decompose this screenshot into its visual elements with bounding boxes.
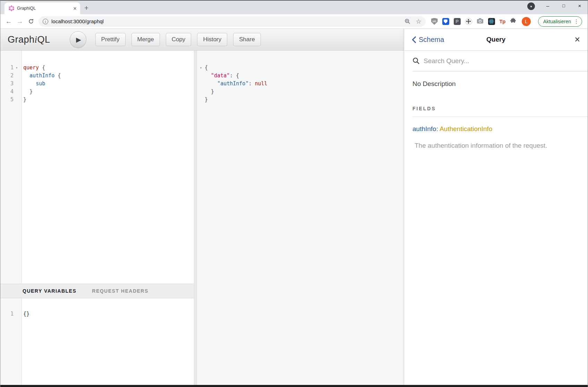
doc-search-input[interactable] — [424, 57, 588, 65]
bookmark-star-icon[interactable]: ☆ — [416, 18, 421, 25]
field-name-link[interactable]: authInfo — [412, 125, 436, 132]
doc-explorer-header: Schema Query × — [404, 29, 588, 51]
query-editor[interactable]: 1▾2345 query { authInfo { sub }} — [0, 51, 194, 284]
p-extension-icon[interactable]: P — [454, 18, 461, 25]
screenshot-camera-icon[interactable] — [477, 18, 484, 25]
doc-body: No Description FIELDS authInfo: Authenti… — [404, 71, 588, 385]
forward-icon[interactable]: → — [15, 17, 25, 26]
reload-icon[interactable] — [26, 17, 36, 26]
graphiql-toolbar: GraphiQL ▶ Prettify Merge Copy History S… — [0, 29, 404, 51]
taskbar-edge — [0, 385, 588, 387]
doc-back-label: Schema — [419, 36, 444, 44]
chrome-update-label: Aktualisieren — [543, 19, 571, 24]
doc-back-link[interactable]: Schema — [412, 36, 444, 44]
query-editor-code[interactable]: query { authInfo { sub }} — [22, 51, 194, 284]
browser-window: GraphiQL × + ▾ – □ × ← → localhost:3000/… — [0, 0, 588, 387]
tab-title: GraphiQL — [17, 6, 70, 11]
bitwarden-icon[interactable] — [442, 18, 449, 25]
tab-query-variables[interactable]: QUERY VARIABLES — [23, 288, 76, 294]
graphiql-app: GraphiQL ▶ Prettify Merge Copy History S… — [0, 29, 588, 385]
react-devtools-icon[interactable] — [488, 18, 495, 25]
copy-button[interactable]: Copy — [166, 33, 191, 46]
tp-extension-icon[interactable]: Tp — [500, 18, 505, 24]
search-icon — [412, 57, 420, 64]
tab-close-icon[interactable]: × — [73, 6, 77, 11]
variables-editor-gutter: 1 — [0, 298, 22, 385]
query-pane: 1▾2345 query { authInfo { sub }} QUERY V… — [0, 51, 194, 385]
query-editor-gutter: 1▾2345 — [0, 51, 22, 284]
variables-tab-bar: QUERY VARIABLES REQUEST HEADERS — [0, 284, 194, 298]
new-tab-button[interactable]: + — [84, 4, 88, 12]
address-bar: ← → localhost:3000/graphql ☆ UO P — [0, 14, 588, 29]
tab-request-headers[interactable]: REQUEST HEADERS — [92, 288, 148, 294]
fields-heading: FIELDS — [412, 106, 588, 117]
field-type-link[interactable]: AuthenticationInfo — [440, 125, 492, 132]
tab-strip: GraphiQL × + ▾ – □ × — [0, 0, 588, 14]
doc-explorer: Schema Query × No Description FIELDS aut… — [404, 29, 588, 385]
window-maximize-button[interactable]: □ — [556, 1, 572, 10]
graphiql-logo: GraphiQL — [8, 34, 50, 45]
execute-button[interactable]: ▶ — [70, 31, 86, 48]
history-button[interactable]: History — [197, 33, 227, 46]
chevron-left-icon — [412, 36, 416, 43]
extensions-row: UO P Tp L Aktualisieren ⋮ — [429, 16, 584, 27]
result-pane: ▾ { "data": { "authInfo": null }} — [197, 51, 404, 385]
window-minimize-button[interactable]: – — [540, 1, 556, 10]
browser-tab[interactable]: GraphiQL × — [5, 2, 80, 14]
prettify-button[interactable]: Prettify — [95, 33, 126, 46]
window-close-button[interactable]: × — [572, 1, 588, 10]
type-description: No Description — [412, 80, 579, 88]
profile-avatar[interactable]: L — [522, 17, 531, 26]
move-tool-icon[interactable] — [465, 18, 472, 25]
ublock-origin-icon[interactable]: UO — [431, 18, 438, 25]
url-text[interactable]: localhost:3000/graphql — [51, 18, 401, 24]
graphql-logo-icon — [9, 6, 14, 11]
chrome-update-button[interactable]: Aktualisieren ⋮ — [538, 16, 582, 27]
field-description: The authentication information of the re… — [415, 142, 579, 149]
field-separator: : — [436, 125, 440, 132]
play-icon: ▶ — [76, 36, 81, 44]
browser-menu-icon[interactable]: ⋮ — [574, 18, 579, 25]
bitwarden-shield-icon — [444, 19, 448, 24]
omnibox[interactable]: localhost:3000/graphql ☆ — [39, 16, 426, 27]
variables-editor[interactable]: 1 {} — [0, 298, 194, 385]
doc-close-icon[interactable]: × — [574, 35, 580, 44]
doc-search-row — [412, 51, 588, 71]
site-info-icon[interactable] — [43, 19, 48, 24]
merge-button[interactable]: Merge — [131, 33, 160, 46]
result-viewer-code: { "data": { "authInfo": null }} — [205, 51, 404, 385]
extensions-puzzle-icon[interactable] — [510, 18, 516, 25]
result-fold-gutter[interactable]: ▾ — [197, 51, 205, 385]
pane-resize-handle[interactable] — [194, 51, 197, 385]
zoom-level-icon[interactable] — [404, 18, 411, 25]
back-icon[interactable]: ← — [4, 17, 14, 26]
chrome-update-icon[interactable]: ▾ — [527, 2, 535, 10]
field-item: authInfo: AuthenticationInfo — [412, 125, 579, 133]
share-button[interactable]: Share — [233, 33, 261, 46]
variables-editor-code[interactable]: {} — [22, 298, 194, 385]
